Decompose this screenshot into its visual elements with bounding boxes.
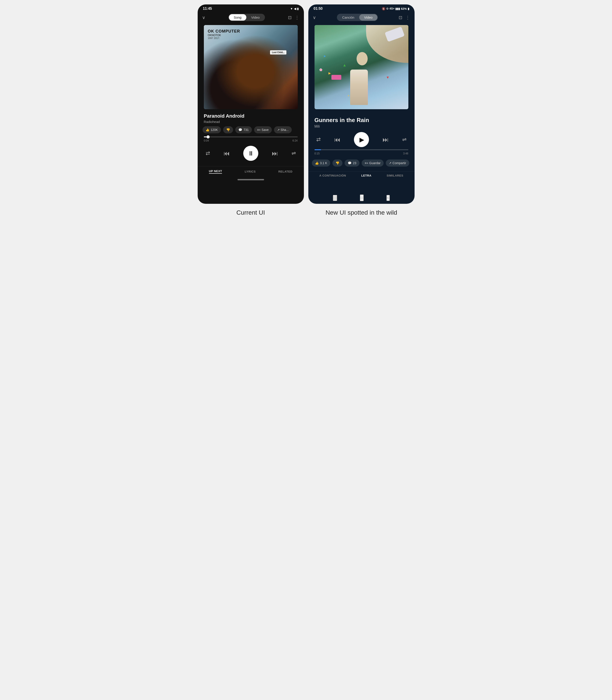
more-icon-right: ⋮ bbox=[405, 15, 410, 20]
android-back-icon: < bbox=[387, 196, 390, 200]
wifi-icon: ▼ bbox=[290, 7, 293, 10]
android-nav-right: ||| ○ < bbox=[308, 190, 415, 204]
like-icon-right: 👍 bbox=[315, 161, 319, 165]
phone-current-ui: 11:45 ▼ ◀ ▮ ∨ Song Video ⊡ bbox=[198, 4, 304, 204]
tab-video-left[interactable]: Video bbox=[246, 14, 264, 21]
battery-icon: ▮ bbox=[297, 7, 298, 10]
progress-times-right: 0:15 3:48 bbox=[315, 152, 408, 155]
player-controls-left: ⇄ ⏮ ⏸ ⏭ ⇌ bbox=[198, 145, 304, 165]
progress-current-left: 0:04 bbox=[204, 139, 209, 142]
tab-related[interactable]: RELATED bbox=[278, 170, 292, 174]
progress-section-right: 0:15 3:48 bbox=[308, 149, 415, 157]
tab-group-right: Canción Video bbox=[337, 14, 378, 21]
tab-letra[interactable]: LETRA bbox=[361, 174, 372, 177]
prev-icon-left: ⏮ bbox=[224, 150, 230, 157]
like-count-left: 120K bbox=[211, 128, 218, 132]
battery-percent-right: 62% bbox=[401, 7, 407, 10]
comment-count-left: 731 bbox=[244, 128, 249, 132]
dislike-icon-left: 👎 bbox=[226, 128, 230, 132]
android-home-icon: ○ bbox=[360, 195, 363, 201]
next-button-left[interactable]: ⏭ bbox=[272, 150, 278, 157]
triangle-yellow-2: ▲ bbox=[347, 94, 349, 97]
save-button-left[interactable]: ≡+ Save bbox=[254, 126, 272, 133]
tab-video-right[interactable]: Video bbox=[359, 14, 377, 21]
chevron-down-icon-left: ∨ bbox=[202, 15, 205, 20]
tab-up-next[interactable]: UP NEXT bbox=[209, 170, 222, 174]
repeat-button-right[interactable]: ⇌ bbox=[402, 136, 407, 143]
tab-lyrics-left[interactable]: LYRICS bbox=[245, 170, 256, 174]
album-art-container-left: OK COMPUTER OKNOTOK 1997 2017. Lost Chil… bbox=[198, 23, 304, 113]
android-back-button[interactable]: < bbox=[387, 195, 390, 201]
prev-button-left[interactable]: ⏮ bbox=[224, 150, 230, 157]
time-right: 01:50 bbox=[314, 6, 323, 11]
triangle-blue-1: ▶ bbox=[324, 54, 326, 58]
signal-icons-right: 🔇 ⊙ 4G+ ▮▮▮ 62% ▮ bbox=[382, 7, 409, 10]
like-count-right: 3.1 K bbox=[320, 161, 328, 165]
android-menu-icon: ||| bbox=[333, 196, 337, 200]
dislike-button-right[interactable]: 👎 bbox=[332, 160, 343, 166]
album-subtitle-left: OKNOTOK bbox=[208, 34, 240, 37]
next-icon-left: ⏭ bbox=[272, 150, 278, 157]
next-button-right[interactable]: ⏭ bbox=[382, 136, 389, 143]
action-buttons-left: 👍 120K 👎 💬 731 ≡+ Save ↗ Sha... bbox=[198, 126, 304, 136]
prev-button-right[interactable]: ⏮ bbox=[334, 136, 340, 143]
triangle-red-1: ▼ bbox=[386, 76, 390, 80]
cast-icon-left: ⊡ bbox=[288, 15, 292, 20]
android-menu-button[interactable]: ||| bbox=[333, 195, 337, 201]
tab-song-right[interactable]: Canción bbox=[337, 14, 359, 21]
save-label-left: ≡+ Save bbox=[257, 128, 269, 132]
song-title-right: Gunners in the Rain bbox=[315, 117, 408, 124]
comment-button-left[interactable]: 💬 731 bbox=[235, 126, 252, 133]
comment-count-right: 23 bbox=[353, 161, 356, 165]
progress-times-left: 0:04 6:24 bbox=[204, 139, 298, 142]
play-pause-button-left[interactable]: ⏸ bbox=[243, 146, 258, 161]
chevron-down-icon-right: ∨ bbox=[313, 15, 316, 20]
progress-track-right[interactable] bbox=[315, 149, 408, 150]
like-button-right[interactable]: 👍 3.1 K bbox=[312, 160, 331, 166]
cast-button-right[interactable]: ⊡ bbox=[399, 15, 402, 20]
player-controls-right: ⇄ ⏮ ▶ ⏭ ⇌ bbox=[308, 131, 415, 149]
prev-icon-right: ⏮ bbox=[334, 136, 340, 143]
signal-bars-icon: ▮▮▮ bbox=[395, 7, 400, 10]
repeat-button-left[interactable]: ⇌ bbox=[292, 150, 296, 157]
comment-button-right[interactable]: 💬 23 bbox=[345, 160, 360, 166]
shuffle-button-left[interactable]: ⇄ bbox=[206, 150, 210, 157]
mute-icon: 🔇 bbox=[382, 7, 385, 10]
song-info-right: Gunners in the Rain Mili bbox=[308, 113, 415, 131]
progress-thumb-left[interactable] bbox=[207, 135, 210, 138]
dislike-button-left[interactable]: 👎 bbox=[223, 126, 233, 133]
shuffle-button-right[interactable]: ⇄ bbox=[316, 136, 321, 143]
progress-fill-left bbox=[204, 136, 207, 137]
progress-track-left[interactable] bbox=[204, 136, 298, 137]
tab-song-left[interactable]: Song bbox=[229, 14, 246, 21]
collapse-button-left[interactable]: ∨ bbox=[202, 15, 205, 20]
progress-total-right: 3:48 bbox=[403, 152, 408, 155]
next-icon-right: ⏭ bbox=[382, 136, 389, 143]
tab-similares[interactable]: SIMILARES bbox=[387, 174, 403, 177]
like-icon-left: 👍 bbox=[206, 128, 209, 132]
top-nav-left: ∨ Song Video ⊡ ⋮ bbox=[198, 12, 304, 23]
share-button-right[interactable]: ↗ Compartir bbox=[386, 160, 409, 166]
like-button-left[interactable]: 👍 120K bbox=[203, 126, 221, 133]
save-button-right[interactable]: ≡+ Guardar bbox=[362, 160, 384, 166]
collapse-button-right[interactable]: ∨ bbox=[313, 15, 316, 20]
home-bar-left bbox=[237, 179, 264, 180]
cast-button-left[interactable]: ⊡ bbox=[288, 15, 292, 20]
album-text-left: OK COMPUTER OKNOTOK 1997 2017. bbox=[208, 29, 240, 39]
play-button-right[interactable]: ▶ bbox=[354, 132, 369, 147]
android-home-button[interactable]: ○ bbox=[360, 194, 364, 201]
top-nav-actions-right: ⊡ ⋮ bbox=[399, 15, 410, 20]
share-label-right: ↗ Compartir bbox=[389, 161, 406, 165]
song-artist-left: Radiohead bbox=[204, 120, 298, 124]
status-bar-left: 11:45 ▼ ◀ ▮ bbox=[198, 4, 304, 12]
share-button-left[interactable]: ↗ Sha... bbox=[274, 126, 292, 133]
progress-current-right: 0:15 bbox=[315, 152, 320, 155]
album-art-container-right: ▶ ▲ ▼ ▶ ▲ 🌸 bbox=[308, 23, 415, 113]
share-label-left: ↗ Sha... bbox=[277, 128, 289, 132]
tab-a-continuacion[interactable]: A CONTINUACIÓN bbox=[319, 174, 346, 177]
location-icon: ⊙ bbox=[386, 7, 388, 10]
shuffle-icon-right: ⇄ bbox=[316, 136, 321, 143]
more-button-right[interactable]: ⋮ bbox=[405, 15, 410, 20]
more-button-left[interactable]: ⋮ bbox=[295, 15, 299, 20]
comment-icon-right: 💬 bbox=[348, 161, 351, 165]
